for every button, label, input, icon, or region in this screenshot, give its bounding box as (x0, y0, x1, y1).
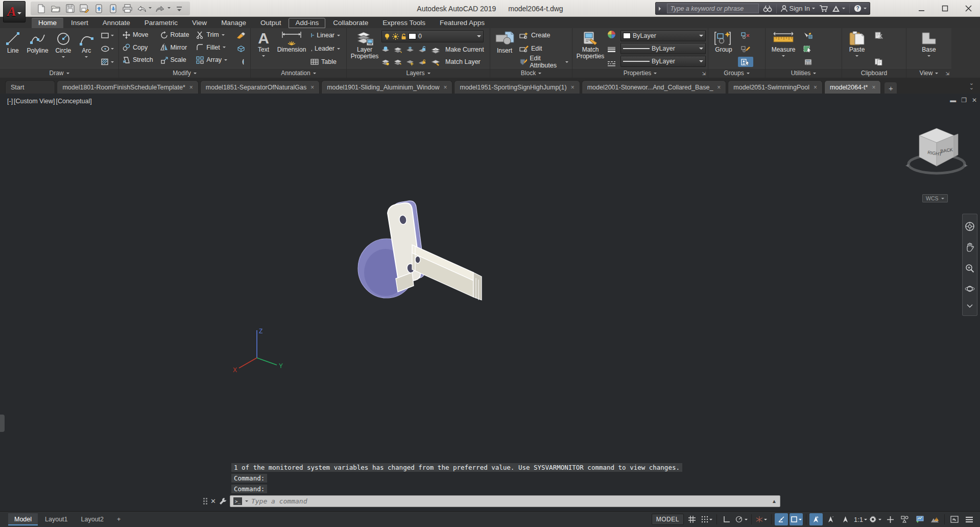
ribbon-tab[interactable]: Parametric (138, 18, 184, 28)
tab-overflow-button[interactable]: ⌄⌄ (969, 81, 974, 90)
tab-close-icon[interactable]: × (310, 84, 314, 91)
ribbon-tab[interactable]: Output (254, 18, 288, 28)
table-button[interactable]: Table (309, 57, 342, 67)
cut-button[interactable] (871, 30, 886, 40)
command-input[interactable] (251, 497, 769, 505)
file-tab[interactable]: Start (5, 80, 55, 94)
group-edit-button[interactable] (738, 43, 753, 54)
drawing-restore-button[interactable]: ❐ (961, 97, 967, 104)
viewport-menu-control[interactable]: [-] (7, 98, 13, 105)
left-dock-grip[interactable] (0, 415, 5, 432)
polyline-button[interactable]: Polyline (25, 30, 50, 67)
grid-toggle[interactable] (685, 513, 699, 525)
quick-select-button[interactable] (800, 30, 816, 40)
select-similar-button[interactable] (800, 43, 816, 54)
group-button[interactable]: Group (710, 30, 737, 67)
layer-lock-icon[interactable] (418, 46, 427, 54)
drawing-minimize-button[interactable]: ▬ (950, 97, 956, 104)
explode-button[interactable] (233, 43, 248, 54)
panel-title-clipboard[interactable]: Clipboard (842, 68, 906, 78)
layout-tab[interactable]: Model (8, 513, 38, 525)
panel-title-block[interactable]: Block (490, 68, 572, 78)
a360-button[interactable] (832, 5, 845, 12)
new-drawing-tab-button[interactable]: + (885, 82, 897, 94)
layer-combo-dropdown-icon[interactable] (477, 35, 481, 39)
viewcube[interactable]: RIGHT BACK (905, 119, 971, 191)
insert-button[interactable]: Insert (492, 30, 517, 67)
properties-dialog-launcher[interactable]: ⇲ (702, 71, 706, 76)
drawing-viewport[interactable]: [-] [Custom View] [Conceptual] ▬ ❐ ✕ RIG… (0, 94, 980, 511)
layer-unlock-row-icon[interactable] (418, 58, 427, 66)
copy-button[interactable]: Copy (121, 42, 158, 53)
workspace-switching-button[interactable] (869, 513, 882, 525)
layer-freeze-icon[interactable] (406, 46, 415, 54)
isolate-objects-button[interactable] (898, 513, 912, 525)
base-dropdown-icon[interactable] (927, 55, 930, 58)
offset-button[interactable] (233, 57, 248, 67)
layer-sun-row-icon[interactable] (406, 58, 415, 66)
tab-close-icon[interactable]: × (814, 84, 817, 91)
scale-button[interactable]: Scale (159, 55, 194, 65)
ortho-toggle[interactable] (720, 513, 733, 525)
tab-close-icon[interactable]: × (571, 84, 575, 91)
ribbon-tab[interactable]: Add-ins (289, 18, 325, 28)
tab-close-icon[interactable]: × (872, 84, 875, 91)
hatch-button[interactable] (98, 57, 116, 67)
file-tab[interactable]: model1851-SeparatorOfNaturalGas × (200, 80, 320, 94)
fillet-button[interactable]: Fillet (195, 42, 232, 53)
file-tab[interactable]: model2051-SwimmingPool × (728, 80, 823, 94)
command-input-bar[interactable]: >_ ▲ (230, 495, 780, 507)
osnap-tracking-toggle[interactable] (775, 513, 788, 525)
tab-close-icon[interactable]: × (443, 84, 447, 91)
match-layer-button[interactable]: Match Layer (444, 57, 482, 67)
leader-button[interactable]: Leader (309, 43, 342, 54)
wcs-menu[interactable]: WCS (922, 194, 948, 202)
undo-button[interactable] (136, 3, 147, 14)
trim-button[interactable]: Trim (195, 30, 232, 40)
file-tab[interactable]: model2064-t* × (824, 80, 881, 94)
redo-dropdown[interactable] (168, 7, 171, 10)
view-dialog-launcher[interactable]: ⇲ (945, 71, 949, 76)
sign-in-button[interactable]: Sign In (781, 5, 815, 12)
panel-title-groups[interactable]: Groups (708, 68, 765, 78)
application-menu-button[interactable]: A (3, 1, 26, 22)
help-button[interactable]: ? (854, 5, 867, 12)
model-space-toggle[interactable]: MODEL (652, 514, 684, 525)
panel-title-utilities[interactable]: Utilities (766, 68, 842, 78)
match-layer-icon[interactable] (431, 58, 440, 66)
clean-screen-button[interactable] (948, 513, 961, 525)
layer-thaw-row-icon[interactable] (394, 58, 402, 66)
zoom-icon[interactable] (965, 263, 975, 273)
layout-tab[interactable]: Layout2 (75, 513, 110, 525)
arc-button[interactable]: Arc (76, 30, 97, 67)
paste-dropdown-icon[interactable] (855, 55, 858, 58)
ribbon-tab[interactable]: Home (32, 18, 63, 28)
circle-button[interactable]: Circle (52, 30, 75, 67)
fillet-dropdown-icon[interactable] (223, 47, 226, 50)
minimize-button[interactable] (910, 0, 933, 16)
tab-close-icon[interactable]: × (717, 84, 721, 91)
graphics-performance-button[interactable] (913, 513, 926, 525)
measure-button[interactable]: Measure (768, 30, 799, 67)
layout-tab[interactable]: Layout1 (39, 513, 74, 525)
close-button[interactable] (957, 0, 980, 16)
drawing-close-button[interactable]: ✕ (972, 97, 977, 104)
snap-toggle[interactable] (700, 513, 713, 525)
new-file-button[interactable] (36, 3, 47, 14)
panel-title-properties[interactable]: Properties ⇲ (572, 68, 708, 78)
save-to-web-mobile-button[interactable] (93, 3, 104, 14)
panel-title-view[interactable]: View ⇲ (906, 68, 951, 78)
scale-value-button[interactable]: 1:1 (854, 513, 867, 525)
edit-attributes-button[interactable]: Edit Attributes (518, 57, 570, 67)
trim-dropdown-icon[interactable] (222, 34, 225, 37)
save-button[interactable] (64, 3, 76, 14)
base-button[interactable]: Base (915, 30, 943, 67)
layer-on-row-icon[interactable] (381, 58, 390, 66)
ribbon-tab[interactable]: View (185, 18, 213, 28)
panel-title-draw[interactable]: Draw (0, 68, 118, 78)
layer-properties-button[interactable]: Layer Properties (349, 30, 380, 67)
qat-customize-button[interactable] (174, 3, 185, 14)
save-as-button[interactable] (79, 3, 90, 14)
quick-calculator-button[interactable] (800, 57, 816, 67)
command-customize-wrench-icon[interactable] (219, 497, 227, 505)
